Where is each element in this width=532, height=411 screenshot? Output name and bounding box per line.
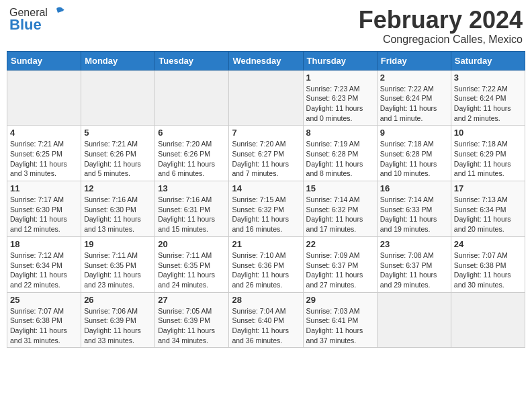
calendar-cell: 15Sunrise: 7:14 AM Sunset: 6:32 PM Dayli… [303, 181, 377, 237]
calendar-cell [229, 70, 303, 126]
calendar-cell: 21Sunrise: 7:10 AM Sunset: 6:36 PM Dayli… [229, 236, 303, 292]
day-info: Sunrise: 7:20 AM Sunset: 6:27 PM Dayligh… [232, 139, 300, 179]
logo-blue-text: Blue [9, 16, 42, 34]
week-row-0: 1Sunrise: 7:23 AM Sunset: 6:23 PM Daylig… [7, 70, 525, 126]
day-info: Sunrise: 7:03 AM Sunset: 6:41 PM Dayligh… [306, 306, 374, 346]
day-info: Sunrise: 7:12 AM Sunset: 6:34 PM Dayligh… [10, 250, 78, 290]
day-number: 2 [380, 73, 448, 83]
calendar-subtitle: Congregacion Calles, Mexico [359, 34, 523, 46]
calendar-cell: 22Sunrise: 7:09 AM Sunset: 6:37 PM Dayli… [303, 236, 377, 292]
calendar-cell: 18Sunrise: 7:12 AM Sunset: 6:34 PM Dayli… [7, 236, 81, 292]
day-number: 6 [158, 128, 226, 138]
calendar-cell [155, 70, 229, 126]
day-info: Sunrise: 7:04 AM Sunset: 6:40 PM Dayligh… [232, 306, 300, 346]
day-info: Sunrise: 7:18 AM Sunset: 6:28 PM Dayligh… [380, 139, 448, 179]
day-info: Sunrise: 7:16 AM Sunset: 6:30 PM Dayligh… [84, 195, 152, 234]
day-info: Sunrise: 7:07 AM Sunset: 6:38 PM Dayligh… [10, 306, 78, 346]
logo-bird-icon [50, 7, 64, 19]
day-info: Sunrise: 7:07 AM Sunset: 6:38 PM Dayligh… [454, 250, 522, 290]
day-info: Sunrise: 7:05 AM Sunset: 6:39 PM Dayligh… [158, 306, 226, 346]
day-info: Sunrise: 7:17 AM Sunset: 6:30 PM Dayligh… [10, 195, 78, 234]
day-info: Sunrise: 7:08 AM Sunset: 6:37 PM Dayligh… [380, 250, 448, 290]
calendar-cell: 29Sunrise: 7:03 AM Sunset: 6:41 PM Dayli… [303, 292, 377, 348]
day-number: 8 [306, 128, 374, 138]
day-info: Sunrise: 7:15 AM Sunset: 6:32 PM Dayligh… [232, 195, 300, 234]
day-number: 16 [380, 183, 448, 193]
title-block: February 2024 Congregacion Calles, Mexic… [359, 7, 523, 46]
day-info: Sunrise: 7:06 AM Sunset: 6:39 PM Dayligh… [84, 306, 152, 346]
day-info: Sunrise: 7:21 AM Sunset: 6:26 PM Dayligh… [84, 139, 152, 179]
calendar-cell: 24Sunrise: 7:07 AM Sunset: 6:38 PM Dayli… [451, 236, 525, 292]
calendar-cell: 17Sunrise: 7:13 AM Sunset: 6:34 PM Dayli… [451, 181, 525, 237]
day-info: Sunrise: 7:09 AM Sunset: 6:37 PM Dayligh… [306, 250, 374, 290]
day-number: 24 [454, 239, 522, 249]
calendar-cell: 2Sunrise: 7:22 AM Sunset: 6:24 PM Daylig… [377, 70, 451, 126]
column-header-sunday: Sunday [7, 51, 81, 70]
calendar-cell: 14Sunrise: 7:15 AM Sunset: 6:32 PM Dayli… [229, 181, 303, 237]
calendar-cell: 4Sunrise: 7:21 AM Sunset: 6:25 PM Daylig… [7, 126, 81, 181]
calendar-cell [7, 70, 81, 126]
column-header-saturday: Saturday [451, 51, 525, 70]
column-header-wednesday: Wednesday [229, 51, 303, 70]
day-info: Sunrise: 7:14 AM Sunset: 6:32 PM Dayligh… [306, 195, 374, 234]
day-info: Sunrise: 7:14 AM Sunset: 6:33 PM Dayligh… [380, 195, 448, 234]
day-number: 27 [158, 295, 226, 305]
calendar-cell: 27Sunrise: 7:05 AM Sunset: 6:39 PM Dayli… [155, 292, 229, 348]
day-number: 18 [10, 239, 78, 249]
day-info: Sunrise: 7:20 AM Sunset: 6:26 PM Dayligh… [158, 139, 226, 179]
calendar-cell: 20Sunrise: 7:11 AM Sunset: 6:35 PM Dayli… [155, 236, 229, 292]
day-info: Sunrise: 7:19 AM Sunset: 6:28 PM Dayligh… [306, 139, 374, 179]
column-header-thursday: Thursday [303, 51, 377, 70]
day-number: 14 [232, 183, 300, 193]
calendar-cell: 28Sunrise: 7:04 AM Sunset: 6:40 PM Dayli… [229, 292, 303, 348]
day-number: 21 [232, 239, 300, 249]
day-number: 25 [10, 295, 78, 305]
calendar-header-row: SundayMondayTuesdayWednesdayThursdayFrid… [7, 51, 525, 70]
week-row-1: 4Sunrise: 7:21 AM Sunset: 6:25 PM Daylig… [7, 126, 525, 181]
calendar-cell [377, 292, 451, 348]
day-info: Sunrise: 7:13 AM Sunset: 6:34 PM Dayligh… [454, 195, 522, 234]
column-header-tuesday: Tuesday [155, 51, 229, 70]
week-row-2: 11Sunrise: 7:17 AM Sunset: 6:30 PM Dayli… [7, 181, 525, 237]
page-header: General Blue February 2024 Congregacion … [7, 7, 525, 46]
day-info: Sunrise: 7:21 AM Sunset: 6:25 PM Dayligh… [10, 139, 78, 179]
calendar-cell: 1Sunrise: 7:23 AM Sunset: 6:23 PM Daylig… [303, 70, 377, 126]
calendar-cell [81, 70, 155, 126]
day-number: 12 [84, 183, 152, 193]
calendar-cell: 8Sunrise: 7:19 AM Sunset: 6:28 PM Daylig… [303, 126, 377, 181]
day-number: 11 [10, 183, 78, 193]
calendar-cell: 12Sunrise: 7:16 AM Sunset: 6:30 PM Dayli… [81, 181, 155, 237]
week-row-4: 25Sunrise: 7:07 AM Sunset: 6:38 PM Dayli… [7, 292, 525, 348]
calendar-cell: 16Sunrise: 7:14 AM Sunset: 6:33 PM Dayli… [377, 181, 451, 237]
day-number: 15 [306, 183, 374, 193]
calendar-cell: 13Sunrise: 7:16 AM Sunset: 6:31 PM Dayli… [155, 181, 229, 237]
calendar-cell: 7Sunrise: 7:20 AM Sunset: 6:27 PM Daylig… [229, 126, 303, 181]
day-info: Sunrise: 7:11 AM Sunset: 6:35 PM Dayligh… [158, 250, 226, 290]
day-info: Sunrise: 7:22 AM Sunset: 6:24 PM Dayligh… [454, 84, 522, 124]
day-number: 17 [454, 183, 522, 193]
column-header-monday: Monday [81, 51, 155, 70]
day-info: Sunrise: 7:10 AM Sunset: 6:36 PM Dayligh… [232, 250, 300, 290]
week-row-3: 18Sunrise: 7:12 AM Sunset: 6:34 PM Dayli… [7, 236, 525, 292]
day-number: 1 [306, 73, 374, 83]
day-info: Sunrise: 7:16 AM Sunset: 6:31 PM Dayligh… [158, 195, 226, 234]
calendar-cell: 11Sunrise: 7:17 AM Sunset: 6:30 PM Dayli… [7, 181, 81, 237]
calendar-cell [451, 292, 525, 348]
calendar-cell: 6Sunrise: 7:20 AM Sunset: 6:26 PM Daylig… [155, 126, 229, 181]
day-number: 29 [306, 295, 374, 305]
calendar-cell: 19Sunrise: 7:11 AM Sunset: 6:35 PM Dayli… [81, 236, 155, 292]
day-number: 5 [84, 128, 152, 138]
day-info: Sunrise: 7:11 AM Sunset: 6:35 PM Dayligh… [84, 250, 152, 290]
calendar-cell: 3Sunrise: 7:22 AM Sunset: 6:24 PM Daylig… [451, 70, 525, 126]
day-number: 28 [232, 295, 300, 305]
day-info: Sunrise: 7:18 AM Sunset: 6:29 PM Dayligh… [454, 139, 522, 179]
calendar-cell: 9Sunrise: 7:18 AM Sunset: 6:28 PM Daylig… [377, 126, 451, 181]
day-number: 20 [158, 239, 226, 249]
day-number: 3 [454, 73, 522, 83]
day-number: 22 [306, 239, 374, 249]
calendar-cell: 26Sunrise: 7:06 AM Sunset: 6:39 PM Dayli… [81, 292, 155, 348]
calendar-cell: 10Sunrise: 7:18 AM Sunset: 6:29 PM Dayli… [451, 126, 525, 181]
day-number: 23 [380, 239, 448, 249]
day-number: 13 [158, 183, 226, 193]
day-number: 4 [10, 128, 78, 138]
